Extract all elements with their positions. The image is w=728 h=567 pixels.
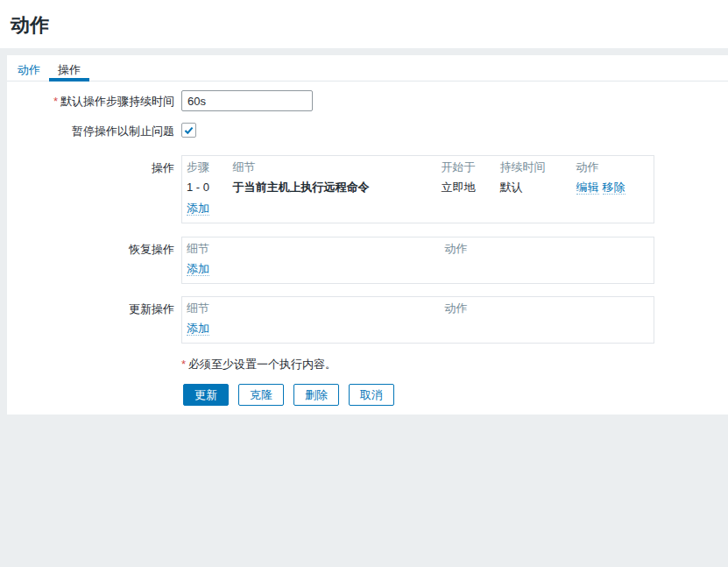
col-duration: 持续时间 [496, 156, 572, 178]
col-details: 细节 [229, 156, 437, 178]
recovery-operations-row: 恢复操作 细节 动作 添加 [7, 237, 728, 284]
operations-header-row: 步骤 细节 开始于 持续时间 动作 [182, 156, 654, 178]
operation-steps: 1 - 0 [182, 177, 229, 198]
recovery-add-row: 添加 [182, 259, 654, 284]
required-asterisk: * [181, 358, 186, 371]
operation-details: 于当前主机上执行远程命令 [229, 177, 437, 198]
operation-actions: 编辑移除 [572, 177, 654, 198]
update-header-row: 细节 动作 [182, 297, 654, 319]
clone-button[interactable]: 克隆 [238, 384, 284, 406]
operations-add-row: 添加 [182, 198, 654, 223]
tab-bar: 动作 操作 [7, 55, 728, 82]
update-add-row: 添加 [182, 318, 654, 344]
action-edit-card: 动作 操作 *默认操作步骤持续时间 暂停操作以制止问题 操作 [7, 55, 728, 415]
recovery-operations-table: 细节 动作 添加 [181, 237, 654, 284]
recovery-operations-label: 恢复操作 [7, 237, 174, 257]
footnote-row: *必须至少设置一个执行内容。 [7, 357, 728, 372]
col-details: 细节 [182, 297, 441, 319]
default-step-duration-row: *默认操作步骤持续时间 [7, 90, 728, 111]
buttons-row: 更新 克隆 删除 取消 [7, 384, 728, 406]
update-operations-label: 更新操作 [7, 296, 174, 316]
recovery-add-link[interactable]: 添加 [187, 262, 209, 276]
update-add-link[interactable]: 添加 [187, 322, 209, 336]
operation-row: 1 - 0 于当前主机上执行远程命令 立即地 默认 编辑移除 [182, 177, 654, 198]
operations-add-link[interactable]: 添加 [187, 202, 209, 216]
recovery-header-row: 细节 动作 [182, 237, 654, 259]
default-step-duration-label: *默认操作步骤持续时间 [7, 94, 174, 109]
cancel-button[interactable]: 取消 [349, 384, 394, 406]
operations-table: 步骤 细节 开始于 持续时间 动作 1 - 0 于当前主机上执行远程命令 立即地… [181, 155, 654, 223]
checkmark-icon [183, 124, 194, 136]
page-title: 动作 [11, 12, 717, 39]
pause-suppressed-row: 暂停操作以制止问题 [7, 123, 728, 138]
update-button[interactable]: 更新 [183, 384, 229, 406]
col-action: 动作 [441, 237, 654, 259]
delete-button[interactable]: 删除 [293, 384, 339, 406]
page-header: 动作 [0, 0, 728, 48]
col-start-in: 开始于 [437, 156, 496, 178]
required-asterisk: * [53, 95, 58, 108]
col-action: 动作 [441, 297, 654, 319]
pause-suppressed-checkbox[interactable] [181, 123, 196, 138]
remove-link[interactable]: 移除 [603, 181, 626, 195]
edit-link[interactable]: 编辑 [576, 181, 599, 195]
col-steps: 步骤 [182, 156, 229, 178]
update-operations-table: 细节 动作 添加 [181, 296, 654, 344]
tab-operations[interactable]: 操作 [49, 55, 89, 82]
pause-suppressed-label: 暂停操作以制止问题 [7, 124, 174, 138]
operation-duration: 默认 [496, 177, 572, 198]
col-details: 细节 [182, 237, 441, 259]
footnote: *必须至少设置一个执行内容。 [181, 357, 336, 372]
operations-label: 操作 [7, 155, 174, 175]
col-action: 动作 [572, 156, 654, 178]
operations-row: 操作 步骤 细节 开始于 持续时间 动作 1 - 0 于当前主机上执行远程命令 … [7, 155, 728, 223]
default-step-duration-input[interactable] [181, 90, 313, 111]
tab-action[interactable]: 动作 [9, 55, 49, 82]
update-operations-row: 更新操作 细节 动作 添加 [7, 296, 728, 344]
operation-start-in: 立即地 [437, 177, 496, 198]
operations-form: *默认操作步骤持续时间 暂停操作以制止问题 操作 步骤 [7, 82, 728, 406]
